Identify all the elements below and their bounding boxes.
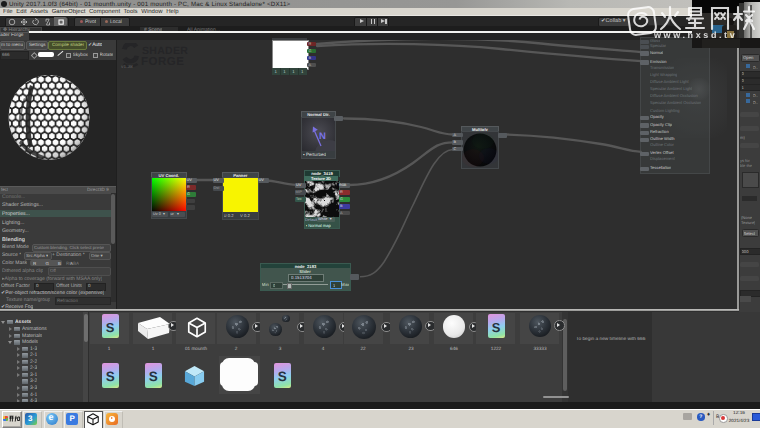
- svg-text:N: N: [319, 130, 326, 141]
- svg-text:www.hxsd.tv: www.hxsd.tv: [653, 30, 737, 40]
